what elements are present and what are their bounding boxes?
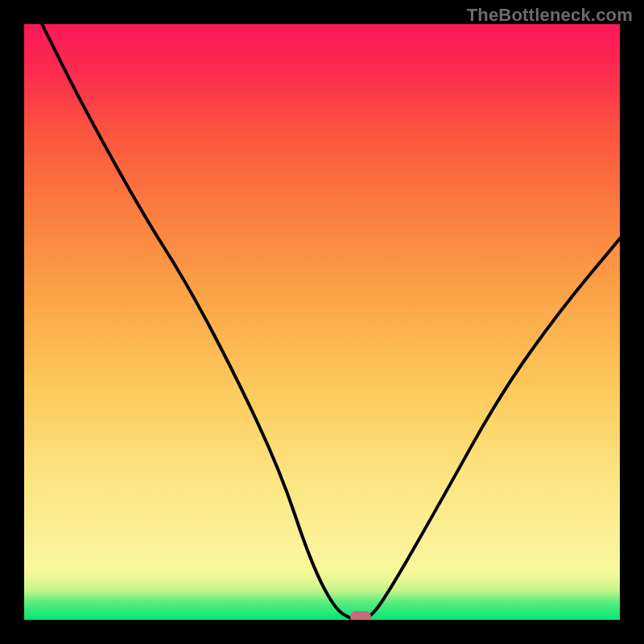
curve-path: [42, 24, 620, 620]
watermark-text: TheBottleneck.com: [467, 5, 633, 26]
curve-marker: [350, 611, 371, 620]
chart-frame: TheBottleneck.com: [0, 0, 644, 644]
plot-area: [24, 24, 620, 620]
bottleneck-curve: [24, 24, 620, 620]
